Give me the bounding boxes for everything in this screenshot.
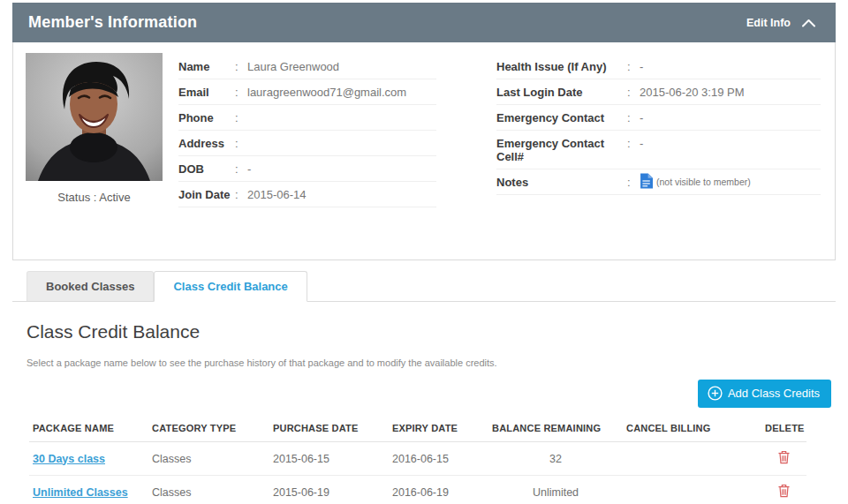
colon-separator: : (235, 111, 247, 124)
member-status: Status : Active (26, 191, 163, 204)
delete-button[interactable] (778, 450, 790, 464)
detail-label: Notes (496, 176, 627, 189)
purchase-date-cell: 2015-06-15 (269, 442, 389, 476)
detail-label: DOB (178, 162, 235, 176)
class-credit-table: PACKAGE NAME CATEGORY TYPE PURCHASE DATE… (29, 414, 806, 504)
category-type-cell: Classes (148, 442, 269, 476)
detail-label: Emergency Contact (496, 111, 627, 124)
document-icon[interactable] (640, 173, 653, 189)
category-type-cell: Classes (148, 476, 269, 504)
balance-remaining-cell: 32 (488, 442, 623, 476)
detail-label: Join Date (178, 188, 235, 201)
colon-separator: : (235, 60, 247, 73)
detail-row-emergency-cell: Emergency Contact Cell# : - (496, 131, 821, 169)
purchase-date-cell: 2015-06-19 (269, 476, 389, 504)
table-row: Unlimited Classes Classes 2015-06-19 201… (29, 476, 806, 504)
colon-separator: : (235, 137, 247, 150)
detail-row-join-date: Join Date : 2015-06-14 (178, 182, 436, 207)
table-row: 30 Days class Classes 2015-06-15 2016-06… (29, 442, 806, 476)
detail-row-phone: Phone : (178, 105, 436, 131)
detail-label: Email (178, 86, 235, 99)
detail-label: Phone (178, 111, 235, 124)
column-header-cancel-billing: CANCEL BILLING (623, 414, 761, 442)
member-photo (26, 53, 163, 181)
details-right-column: Health Issue (If Any) : - Last Login Dat… (496, 54, 821, 260)
column-header-balance-remaining: BALANCE REMAINING (488, 414, 623, 442)
colon-separator: : (627, 111, 640, 124)
column-header-expiry-date: EXPIRY DATE (389, 414, 488, 442)
actions-row: Add Class Credits (12, 380, 831, 408)
detail-row-notes: Notes : (not visible to member) (496, 169, 821, 195)
colon-separator: : (235, 162, 247, 176)
member-details-panel: Status : Active Name : Laura Greenwood E… (12, 42, 836, 260)
colon-separator: : (627, 176, 640, 189)
detail-label: Last Login Date (496, 86, 627, 99)
detail-label: Name (178, 60, 235, 73)
detail-value: Laura Greenwood (247, 60, 339, 73)
member-tabs: Booked Classes Class Credit Balance (12, 271, 836, 302)
trash-icon (778, 484, 790, 498)
add-class-credits-button[interactable]: Add Class Credits (698, 380, 831, 408)
colon-separator: : (627, 86, 640, 99)
detail-value: 2015-06-20 3:19 PM (640, 86, 745, 99)
detail-row-name: Name : Laura Greenwood (178, 54, 436, 79)
detail-value: - (640, 137, 643, 150)
trash-icon (778, 450, 790, 464)
plus-circle-icon (708, 386, 723, 401)
column-header-purchase-date: PURCHASE DATE (269, 414, 389, 442)
package-name-link[interactable]: 30 Days class (33, 453, 105, 465)
detail-row-health-issue: Health Issue (If Any) : - (496, 54, 821, 79)
detail-row-dob: DOB : - (178, 156, 436, 182)
detail-row-email: Email : lauragreenwood71@gmail.com (178, 79, 436, 105)
edit-info-button[interactable]: Edit Info (746, 17, 816, 29)
detail-row-last-login: Last Login Date : 2015-06-20 3:19 PM (496, 79, 821, 105)
page-title: Member's Information (28, 13, 197, 32)
colon-separator: : (235, 188, 247, 201)
notes-value: (not visible to member) (640, 176, 751, 189)
detail-label: Address (178, 137, 235, 150)
section-title: Class Credit Balance (26, 321, 836, 342)
add-class-credits-label: Add Class Credits (728, 387, 820, 400)
expiry-date-cell: 2016-06-15 (389, 442, 488, 476)
column-header-category-type: CATEGORY TYPE (148, 414, 269, 442)
section-description: Select a package name below to see the p… (26, 357, 836, 368)
detail-value: 2015-06-14 (247, 188, 307, 201)
detail-label: Health Issue (If Any) (496, 60, 627, 73)
edit-info-label: Edit Info (746, 17, 791, 29)
tab-class-credit-balance[interactable]: Class Credit Balance (154, 271, 307, 302)
detail-value: - (640, 111, 643, 124)
member-information-page: Member's Information Edit Info (0, 0, 848, 504)
detail-label: Emergency Contact Cell# (496, 137, 627, 163)
delete-button[interactable] (778, 484, 790, 498)
tab-booked-classes[interactable]: Booked Classes (26, 271, 154, 301)
column-header-delete: DELETE (761, 414, 806, 442)
member-photo-column: Status : Active (26, 53, 163, 260)
table-header-row: PACKAGE NAME CATEGORY TYPE PURCHASE DATE… (29, 414, 806, 442)
cancel-billing-cell (623, 442, 761, 476)
detail-row-address: Address : (178, 131, 436, 156)
column-header-package-name: PACKAGE NAME (29, 414, 148, 442)
detail-row-emergency-contact: Emergency Contact : - (496, 105, 821, 131)
cancel-billing-cell (623, 476, 761, 504)
colon-separator: : (235, 86, 247, 99)
notes-visibility-hint: (not visible to member) (656, 176, 751, 189)
detail-value: lauragreenwood71@gmail.com (247, 86, 406, 99)
detail-value: - (247, 162, 251, 176)
expiry-date-cell: 2016-06-19 (389, 476, 488, 504)
detail-value: - (640, 60, 643, 73)
colon-separator: : (627, 60, 640, 73)
chevron-up-icon (801, 18, 816, 28)
balance-remaining-cell: Unlimited (488, 476, 623, 504)
details-left-column: Name : Laura Greenwood Email : lauragree… (178, 54, 436, 260)
member-information-header: Member's Information Edit Info (12, 3, 836, 42)
package-name-link[interactable]: Unlimited Classes (33, 486, 128, 499)
colon-separator: : (627, 137, 640, 150)
